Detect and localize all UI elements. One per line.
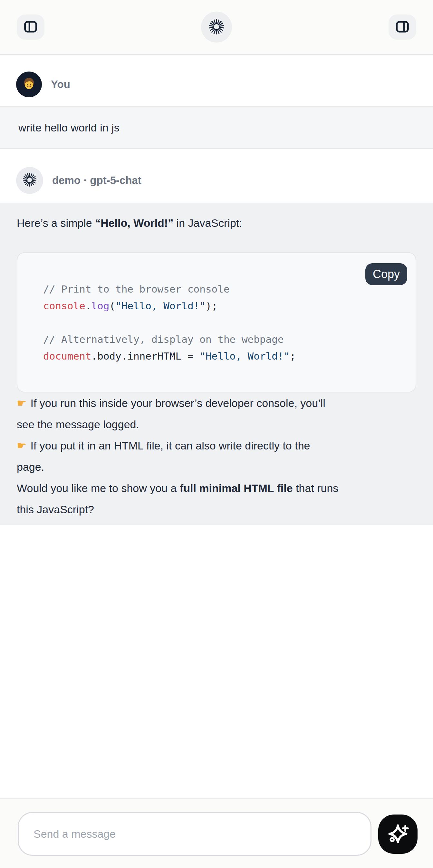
composer-bar xyxy=(0,798,433,868)
message-input[interactable] xyxy=(18,812,371,856)
code-token: ; xyxy=(290,350,296,362)
code-line: document.body.innerHTML = "Hello, World!… xyxy=(43,348,403,364)
sparkle-icon xyxy=(386,822,410,847)
code-line: // Alternatively, display on the webpage xyxy=(43,331,403,348)
chat-app-window: You write hello world in js xyxy=(0,0,433,868)
message-line: ☛If you run this inside your browser’s d… xyxy=(17,393,416,414)
code-token: "Hello, World!" xyxy=(115,300,206,312)
sidebar-left-icon xyxy=(22,19,39,36)
assistant-note-2: ☛If you put it in an HTML file, it can a… xyxy=(17,435,416,477)
message-line: Would you like me to show you a full min… xyxy=(17,477,416,499)
code-token: // Alternatively, display on the webpage xyxy=(43,334,284,345)
assistant-message: Here’s a simple “Hello, World!” in JavaS… xyxy=(0,203,433,525)
assistant-question: Would you like me to show you a full min… xyxy=(17,477,416,520)
code-line: console.log("Hello, World!"); xyxy=(43,298,403,314)
user-message-header: You xyxy=(16,71,433,97)
assistant-note-1: ☛If you run this inside your browser’s d… xyxy=(17,393,416,435)
starburst-icon xyxy=(22,172,37,189)
message-line: page. xyxy=(17,456,416,477)
code-token: .body.innerHTML = xyxy=(91,350,199,362)
user-message: write hello world in js xyxy=(0,106,433,149)
message-line: ☛If you put it in an HTML file, it can a… xyxy=(17,435,416,456)
code-token: document xyxy=(43,350,91,362)
code-line-blank xyxy=(43,314,403,331)
pointing-right-emoji: ☛ xyxy=(17,397,26,409)
sidebar-right-icon xyxy=(394,19,411,36)
assistant-message-header: demo · gpt-5-chat xyxy=(16,167,433,194)
assistant-intro-line: Here’s a simple “Hello, World!” in JavaS… xyxy=(17,212,416,234)
copy-button[interactable]: Copy xyxy=(365,263,407,285)
user-message-text: write hello world in js xyxy=(18,121,120,134)
message-line: see the message logged. xyxy=(17,414,416,435)
code-token: ( xyxy=(109,300,115,312)
starburst-logo-icon xyxy=(208,18,225,36)
code-token: // Print to the browser console xyxy=(43,283,230,295)
chat-scroll-area: You write hello world in js xyxy=(0,55,433,798)
assistant-model-label: demo · gpt-5-chat xyxy=(52,174,142,187)
code-token: . xyxy=(85,300,92,312)
user-avatar xyxy=(16,71,42,97)
assistant-avatar xyxy=(16,167,43,194)
pointing-right-emoji: ☛ xyxy=(17,439,26,452)
send-button[interactable] xyxy=(378,814,417,854)
user-sender-label: You xyxy=(51,78,70,91)
sidebar-right-toggle-button[interactable] xyxy=(389,14,416,40)
code-token: ); xyxy=(206,300,217,312)
code-token: "Hello, World!" xyxy=(199,350,290,362)
code-token: console xyxy=(43,300,85,312)
person-emoji-icon xyxy=(21,75,37,93)
code-block: Copy // Print to the browser consolecons… xyxy=(17,252,416,393)
code-content: // Print to the browser consoleconsole.l… xyxy=(18,253,415,364)
code-token: log xyxy=(91,300,109,312)
code-line: // Print to the browser console xyxy=(43,281,403,298)
app-logo-button[interactable] xyxy=(201,11,232,42)
sidebar-left-toggle-button[interactable] xyxy=(17,14,44,40)
top-bar xyxy=(0,0,433,55)
message-line: this JavaScript? xyxy=(17,499,416,520)
